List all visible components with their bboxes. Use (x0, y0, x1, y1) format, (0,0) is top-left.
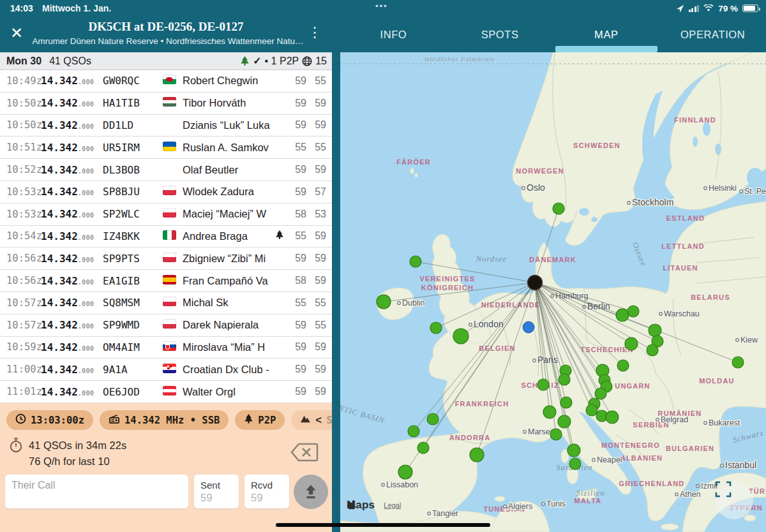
contact-marker[interactable] (427, 413, 439, 425)
qso-frequency: 14.342.000 (41, 164, 103, 176)
contact-marker[interactable] (553, 203, 564, 214)
contact-marker[interactable] (616, 309, 629, 321)
qso-row[interactable]: 10:59z14.342.000OM4AIMMiroslava “Mia” H5… (0, 337, 332, 359)
contact-marker[interactable] (543, 406, 556, 418)
qso-row[interactable]: 11:01z14.342.000OE6JODWalter Orgl5959 (0, 381, 332, 403)
fullscreen-button[interactable] (715, 481, 753, 519)
tab-info[interactable]: INFO (340, 17, 447, 52)
qso-row[interactable]: 10:54z14.342.000IZ4BKKAndrea Braga5559 (0, 226, 332, 248)
contact-marker[interactable] (569, 458, 581, 469)
rst-sent: 59 (287, 164, 306, 175)
tab-label: INFO (380, 29, 407, 41)
qso-row[interactable]: 10:56z14.342.000EA1GIBFran Campañó Va585… (0, 270, 332, 292)
rst-rcvd: 59 (306, 341, 326, 353)
country-flag-icon (163, 364, 183, 376)
stopwatch-icon (9, 438, 23, 453)
city-label: Athen (680, 490, 701, 499)
contact-marker[interactable] (430, 322, 442, 334)
chip-14-342-mhz-ssb[interactable]: 14.342 MHz • SSB (100, 410, 229, 430)
upload-icon (303, 484, 319, 500)
qso-row[interactable]: 10:49z14.342.000GW0RQCRobert Chegwin5955 (0, 70, 332, 92)
station-marker[interactable] (528, 276, 543, 290)
contact-marker[interactable] (377, 295, 391, 309)
rcvd-label: Rcvd (251, 480, 283, 491)
contact-marker[interactable] (617, 360, 629, 371)
tree-icon (240, 56, 250, 66)
contact-marker[interactable] (408, 425, 419, 437)
country-flag-icon (163, 75, 183, 87)
contact-marker[interactable] (560, 397, 572, 408)
close-icon[interactable]: ✕ (10, 24, 23, 42)
qso-frequency: 14.342.000 (41, 297, 103, 309)
qso-operator-name: Robert Chegwin (183, 75, 273, 87)
legal-link[interactable]: Legal (384, 501, 401, 509)
rst-rcvd: 59 (306, 253, 326, 264)
chip-p2p[interactable]: P2P (235, 410, 285, 430)
contact-marker[interactable] (567, 444, 580, 457)
stats-line1: 41 QSOs in 34m 22s (29, 438, 126, 454)
contact-marker[interactable] (550, 429, 562, 440)
country-label: MALTA (574, 497, 602, 505)
qso-row[interactable]: 10:56z14.342.000SP9PTSZbigniew “Zibi” Mi… (0, 248, 332, 270)
qso-row[interactable]: 10:53z14.342.000SP8BJUWlodek Zadura5957 (0, 181, 332, 203)
contact-marker[interactable] (410, 256, 421, 267)
city-label: Tangier (432, 509, 458, 518)
qso-row[interactable]: 10:52z14.342.000DL3BOBOlaf Beutler5959 (0, 159, 332, 181)
qso-callsign: SQ8MSM (103, 297, 163, 309)
contact-marker[interactable] (586, 404, 597, 416)
contact-marker[interactable] (625, 337, 638, 350)
log-qso-button[interactable] (294, 475, 328, 509)
backspace-button[interactable] (290, 441, 319, 466)
qso-row[interactable]: 10:57z14.342.000SQ8MSMMichal Sk5555 (0, 292, 332, 314)
qso-operator-name: Michal Sk (183, 297, 273, 309)
rst-sent: 55 (287, 230, 306, 242)
sent-input[interactable]: Sent 59 (194, 475, 239, 508)
multitask-dots-icon[interactable]: ••• (375, 1, 388, 11)
qso-frequency: 14.342.000 (41, 319, 103, 331)
contact-marker[interactable] (559, 374, 570, 385)
contact-marker[interactable] (647, 344, 658, 356)
qso-callsign: OM4AIM (103, 341, 163, 353)
contact-marker[interactable] (537, 379, 549, 390)
contact-marker[interactable] (627, 306, 639, 317)
country-label: ESTLAND (666, 214, 705, 222)
city-label: Oslo (527, 182, 545, 193)
contact-marker[interactable] (606, 411, 619, 424)
qso-callsign: GW0RQC (103, 75, 163, 87)
validated-check: ✓ (253, 55, 261, 67)
contact-marker[interactable] (453, 329, 469, 344)
qso-frequency: 14.342.000 (41, 253, 103, 265)
tab-map[interactable]: MAP (553, 17, 660, 52)
contact-marker[interactable] (558, 415, 571, 428)
tab-operation[interactable]: OPERATION (659, 17, 766, 52)
entry-panel: 13:03:00z14.342 MHz • SSBP2P<SOTA 41 QSO… (0, 403, 332, 532)
contact-marker[interactable] (649, 324, 661, 337)
qso-row[interactable]: 10:53z14.342.000SP2WLCMaciej “Maciej” W5… (0, 203, 332, 226)
chip-row: 13:03:00z14.342 MHz • SSBP2P<SOTA (6, 410, 332, 430)
home-indicator[interactable] (276, 523, 490, 527)
contact-marker[interactable] (398, 465, 412, 479)
map-panel[interactable]: Nördlicher Polarkreis NordseeOstseeSardi… (340, 52, 766, 532)
chip-sota[interactable]: <SOTA (291, 410, 332, 430)
qso-operator-name: Tibor Horváth (183, 97, 273, 109)
chip-13-03-00z[interactable]: 13:03:00z (6, 410, 93, 430)
qso-row[interactable]: 10:50z14.342.000DD1LDDzianis “Luk” Luka5… (0, 115, 332, 137)
contact-marker[interactable] (595, 388, 606, 399)
qso-row[interactable]: 10:57z14.342.000SP9WMDDarek Napierala595… (0, 314, 332, 337)
qso-row[interactable]: 10:50z14.342.000HA1TIBTibor Horváth5959 (0, 92, 332, 115)
kebab-menu-icon[interactable]: ⋮ (308, 24, 322, 41)
city-label: Helsinki (709, 184, 737, 193)
tab-spots[interactable]: SPOTS (447, 17, 553, 52)
rcvd-input[interactable]: Rcvd 59 (244, 475, 289, 508)
qso-row[interactable]: 10:51z14.342.000UR5IRMRuslan A. Samkov55… (0, 137, 332, 159)
spot-marker-blue[interactable] (523, 321, 534, 333)
qso-row[interactable]: 11:00z14.342.0009A1ACroatian Dx Club -59… (0, 358, 332, 381)
country-label: VEREINIGTES (419, 275, 475, 283)
contact-marker[interactable] (732, 357, 744, 368)
chip-label: SOTA (326, 415, 332, 426)
their-call-input[interactable]: Their Call (5, 475, 188, 508)
qso-frequency: 14.342.000 (41, 186, 103, 198)
contact-marker[interactable] (417, 442, 429, 454)
qso-frequency: 14.342.000 (41, 119, 103, 131)
contact-marker[interactable] (470, 448, 484, 462)
